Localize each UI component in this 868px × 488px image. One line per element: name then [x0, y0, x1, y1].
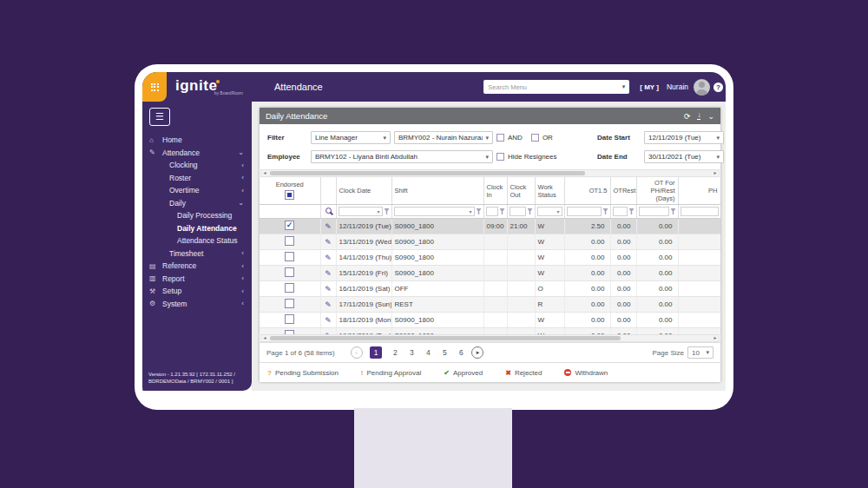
hamburger-menu-button[interactable]: ☰ — [149, 108, 170, 126]
table-row: ✎14/11/2019 (Thu)S0900_1800W0.000.000.00 — [260, 250, 720, 266]
sidebar-item-overtime[interactable]: Overtime‹ — [142, 184, 252, 197]
sidebar-item-daily-processing[interactable]: Daily Processing — [142, 209, 252, 222]
edit-pencil-icon[interactable]: ✎ — [325, 269, 332, 278]
work-status-cell: W — [535, 219, 564, 234]
edit-pencil-icon[interactable]: ✎ — [325, 300, 332, 309]
scrollbar-thumb[interactable] — [270, 171, 585, 175]
column-filter-select[interactable]: ▾ — [394, 207, 475, 216]
endorsed-checkbox[interactable] — [285, 267, 294, 277]
endorsed-checkbox[interactable] — [285, 330, 294, 334]
column-filter-input[interactable] — [639, 207, 669, 216]
page-button-5[interactable]: 5 — [441, 348, 448, 357]
sidebar-item-timesheet[interactable]: Timesheet‹ — [142, 247, 252, 260]
column-header-ot-for-ph-rest-days[interactable]: OT For PH/Rest (Days) — [636, 177, 678, 205]
sidebar-item-attendance[interactable]: ✎Attendance⌄ — [142, 147, 252, 160]
column-filter-input[interactable] — [510, 207, 526, 216]
search-icon[interactable] — [326, 208, 332, 214]
hide-resignees-checkbox[interactable] — [496, 153, 504, 161]
sidebar-item-attendance-status[interactable]: Attendance Status — [142, 234, 252, 247]
edit-pencil-icon[interactable]: ✎ — [325, 238, 332, 247]
sidebar-item-home[interactable]: ⌂Home — [142, 134, 252, 147]
column-header-endorsed[interactable]: Endorsed — [260, 177, 320, 205]
select-all-checkbox[interactable] — [285, 190, 294, 200]
column-header-ot1-5[interactable]: OT1.5 — [564, 177, 610, 205]
filter-type-select[interactable]: Line Manager ▾ — [311, 131, 391, 144]
prev-page-button[interactable]: ‹ — [351, 346, 363, 359]
column-filter-select[interactable]: ▾ — [339, 207, 383, 216]
column-filter-select[interactable]: ▾ — [537, 207, 562, 216]
sidebar-item-daily[interactable]: Daily⌄ — [142, 197, 252, 210]
export-icon[interactable]: ↓ — [697, 112, 700, 120]
date-start-select[interactable]: 12/11/2019 (Tue) ▾ — [644, 131, 724, 144]
sidebar-item-system[interactable]: ⚙System‹ — [142, 298, 252, 311]
scroll-right-icon[interactable]: ▸ — [712, 335, 719, 341]
page-button-6[interactable]: 6 — [457, 348, 464, 357]
column-header-shift[interactable]: Shift — [391, 177, 483, 205]
next-page-button[interactable]: ▸ — [471, 346, 483, 359]
app-launcher-button[interactable] — [142, 72, 167, 102]
edit-pencil-icon[interactable]: ✎ — [325, 285, 332, 293]
endorsed-checkbox[interactable] — [285, 221, 294, 230]
sidebar-item-clocking[interactable]: Clocking‹ — [142, 159, 252, 172]
column-header-edit[interactable] — [320, 177, 336, 205]
collapse-chevron-icon[interactable]: ⌄ — [707, 112, 714, 121]
column-header-ph[interactable]: PH — [678, 177, 720, 205]
filter-funnel-icon[interactable] — [603, 208, 608, 214]
avatar[interactable] — [694, 79, 710, 96]
sidebar-item-roster[interactable]: Roster‹ — [142, 172, 252, 185]
endorsed-checkbox[interactable] — [285, 236, 294, 246]
sidebar-item-reference[interactable]: ▤Reference‹ — [142, 260, 252, 273]
page-size-select[interactable]: 10 ▾ — [687, 346, 713, 359]
scroll-right-icon[interactable]: ▸ — [712, 170, 719, 176]
search-menu-input[interactable]: Search Menu ▾ — [483, 80, 629, 94]
edit-pencil-icon[interactable]: ✎ — [325, 222, 332, 231]
clock-out-cell — [507, 281, 535, 297]
table-row: ✎18/11/2019 (Mon)S0900_1800W0.000.000.00 — [260, 313, 720, 328]
filter-funnel-icon[interactable] — [528, 208, 533, 214]
horizontal-scrollbar-top[interactable]: ◂ ▸ — [260, 169, 720, 177]
date-end-select[interactable]: 30/11/2021 (Tue) ▾ — [644, 150, 724, 163]
page-button-2[interactable]: 2 — [391, 348, 398, 357]
scroll-left-icon[interactable]: ◂ — [261, 335, 268, 341]
locale-selector[interactable]: [ MY ] — [640, 83, 659, 91]
column-filter-input[interactable] — [567, 207, 602, 216]
column-header-clock-date[interactable]: Clock Date — [336, 177, 391, 205]
edit-cell: ✎ — [320, 266, 336, 281]
column-header-otrest[interactable]: OTRest — [610, 177, 636, 205]
sidebar-item-setup[interactable]: ⚒Setup‹ — [142, 285, 252, 298]
endorsed-checkbox[interactable] — [285, 299, 294, 308]
column-filter-input[interactable] — [613, 207, 628, 216]
endorsed-checkbox[interactable] — [285, 314, 294, 324]
column-header-clock-in[interactable]: Clock In — [483, 177, 507, 205]
horizontal-scrollbar-bottom[interactable]: ◂ ▸ — [260, 334, 720, 342]
column-filter-input[interactable] — [681, 207, 719, 216]
help-icon[interactable]: ? — [713, 82, 723, 92]
page-button-4[interactable]: 4 — [424, 348, 431, 357]
edit-pencil-icon[interactable]: ✎ — [325, 316, 332, 325]
scrollbar-thumb[interactable] — [270, 336, 621, 340]
endorsed-checkbox[interactable] — [285, 283, 294, 293]
edit-pencil-icon[interactable]: ✎ — [325, 254, 332, 262]
endorsed-cell — [260, 250, 320, 266]
filter-funnel-icon[interactable] — [629, 208, 635, 214]
page-button-3[interactable]: 3 — [408, 348, 415, 357]
or-checkbox[interactable] — [531, 134, 539, 142]
filter-funnel-icon[interactable] — [477, 208, 482, 214]
endorsed-checkbox[interactable] — [285, 252, 294, 261]
filter-funnel-icon[interactable] — [671, 208, 676, 214]
column-header-work-status[interactable]: Work Status — [535, 177, 564, 205]
table-row: ✎15/11/2019 (Fri)S0900_1800W0.000.000.00 — [260, 266, 720, 281]
column-header-clock-out[interactable]: Clock Out — [507, 177, 535, 205]
refresh-icon[interactable]: ⟳ — [684, 112, 691, 121]
scroll-left-icon[interactable]: ◂ — [261, 170, 268, 176]
sidebar-item-report[interactable]: ▥Report‹ — [142, 273, 252, 286]
employee-select[interactable]: BRMY102 - Liyana Binti Abdullah ▾ — [311, 150, 493, 163]
and-checkbox[interactable] — [496, 134, 504, 142]
column-filter-input[interactable] — [486, 207, 498, 216]
sidebar-item-daily-attendance[interactable]: Daily Attendance — [142, 222, 252, 235]
brand-logo[interactable]: ignite by BoardRoom — [175, 79, 255, 96]
page-button-1[interactable]: 1 — [370, 346, 383, 359]
filter-value-select[interactable]: BRMY002 - Nurain Nazuraa Bi ▾ — [394, 131, 493, 144]
filter-funnel-icon[interactable] — [500, 208, 505, 214]
filter-funnel-icon[interactable] — [385, 208, 390, 214]
